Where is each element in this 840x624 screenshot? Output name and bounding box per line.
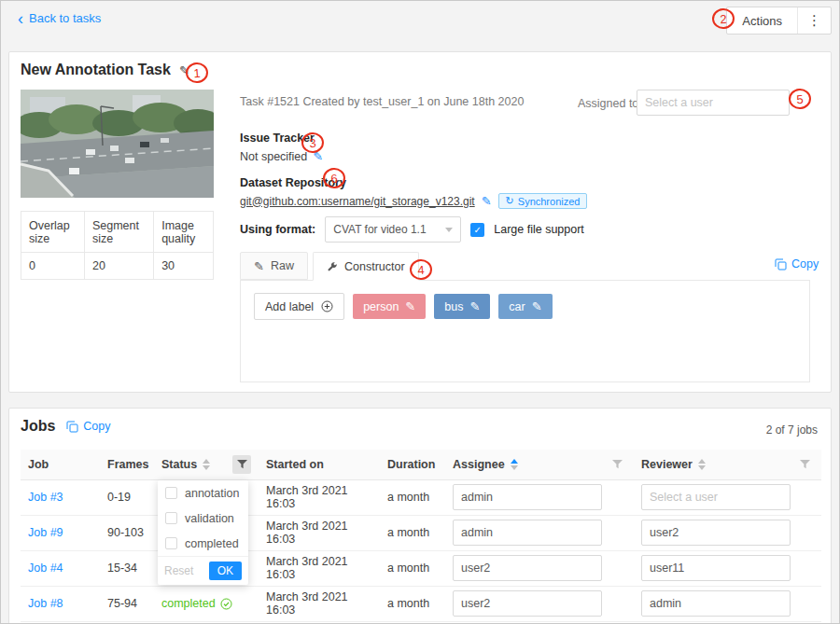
status-sort-icon[interactable]	[203, 459, 210, 470]
back-to-tasks-link[interactable]: ‹ Back to tasks	[18, 11, 101, 25]
large-file-support-checkbox[interactable]: ✓	[470, 223, 484, 237]
copy-icon	[775, 258, 787, 270]
task-title-row: New Annotation Task ✎	[21, 62, 189, 78]
frames-cell: 0-19	[100, 479, 154, 515]
labels-row: Add label person ✎ bus ✎ car ✎	[254, 293, 553, 320]
overlap-size-value: 0	[21, 253, 85, 280]
assignee-filter-icon[interactable]	[608, 455, 626, 474]
status-filter-dropdown: annotation validation completed Reset OK	[158, 480, 248, 585]
assigned-to-label: Assigned to	[578, 97, 638, 110]
filter-option-validation[interactable]: validation	[158, 506, 248, 531]
params-header-row: Overlap size Segment size Image quality	[21, 212, 214, 253]
back-to-tasks-label: Back to tasks	[29, 11, 101, 25]
tab-raw[interactable]: ✎ Raw	[240, 252, 308, 280]
status-cell: completed	[154, 586, 259, 621]
using-format-label: Using format:	[240, 223, 315, 236]
copy-labels-button[interactable]: Copy	[775, 257, 819, 270]
synchronized-badge[interactable]: ↻ Synchronized	[498, 193, 588, 209]
assignee-sort-icon[interactable]	[511, 459, 518, 470]
task-parameters-table: Overlap size Segment size Image quality …	[21, 211, 214, 280]
copy-jobs-button[interactable]: Copy	[66, 420, 110, 433]
assigned-to-input[interactable]	[637, 90, 790, 116]
status-filter-icon[interactable]	[232, 455, 251, 474]
task-details-page: ‹ Back to tasks Actions ⋮ New Annotation…	[0, 0, 840, 624]
duration-cell: a month	[380, 479, 445, 515]
filter-option-validation-label: validation	[185, 512, 234, 525]
reviewer-input[interactable]	[641, 484, 791, 510]
frames-cell: 75-94	[100, 586, 154, 621]
job-link[interactable]: Job #9	[28, 526, 63, 539]
format-row: Using format: CVAT for video 1.1 ✓ Large…	[240, 216, 584, 243]
reviewer-column-label: Reviewer	[641, 458, 693, 471]
filter-option-annotation[interactable]: annotation	[158, 480, 248, 506]
segment-size-header: Segment size	[84, 212, 153, 253]
table-row: Job #8 75-94 completed March 3rd 2021 16…	[21, 586, 821, 621]
chevron-down-icon	[445, 228, 453, 232]
started-cell: March 3rd 2021 16:03	[259, 515, 380, 550]
column-started-on: Started on	[259, 450, 380, 479]
constructor-tab-label: Constructor	[344, 260, 405, 273]
column-status: Status	[154, 450, 259, 479]
status-column-label: Status	[161, 458, 197, 471]
actions-label[interactable]: Actions	[727, 14, 797, 28]
table-row: Job #4 15-34 March 3rd 2021 16:03 a mont…	[21, 550, 821, 586]
reviewer-input[interactable]	[641, 590, 791, 617]
repository-url: git@github.com:username/git_storage_v123…	[240, 195, 475, 208]
traffic-scene-image	[21, 90, 214, 198]
checkbox-validation[interactable]	[165, 512, 177, 524]
started-cell: March 3rd 2021 16:03	[259, 479, 380, 515]
started-cell: March 3rd 2021 16:03	[259, 550, 380, 586]
dataset-repository-row: git@github.com:username/git_storage_v123…	[240, 193, 587, 209]
plus-circle-icon	[321, 300, 333, 312]
task-meta: Task #1521 Created by test_user_1 on Jun…	[240, 95, 524, 108]
assignee-input[interactable]	[453, 590, 602, 617]
params-value-row: 0 20 30	[21, 253, 214, 280]
checkbox-completed[interactable]	[165, 537, 177, 549]
assignee-input[interactable]	[453, 520, 602, 546]
reviewer-sort-icon[interactable]	[698, 459, 706, 470]
label-car-name: car	[509, 300, 525, 313]
edit-label-person-icon[interactable]: ✎	[405, 299, 415, 313]
label-chip-car[interactable]: car ✎	[498, 294, 552, 319]
filter-option-completed-label: completed	[185, 537, 239, 550]
label-chip-bus[interactable]: bus ✎	[434, 294, 490, 319]
table-row: Job #3 0-19 March 3rd 2021 16:03 a month	[21, 479, 821, 515]
duration-cell: a month	[380, 586, 445, 621]
checkbox-annotation[interactable]	[165, 487, 177, 499]
jobs-card: Jobs Copy 2 of 7 jobs Job Frames	[8, 408, 832, 624]
more-actions-icon[interactable]: ⋮	[798, 12, 831, 29]
frames-cell: 90-103	[100, 515, 154, 550]
task-title: New Annotation Task	[21, 62, 171, 78]
format-select[interactable]: CVAT for video 1.1	[325, 216, 461, 243]
actions-button[interactable]: Actions ⋮	[726, 7, 832, 35]
assignee-input[interactable]	[453, 484, 602, 510]
filter-option-completed[interactable]: completed	[158, 531, 248, 556]
jobs-count: 2 of 7 jobs	[766, 423, 818, 437]
job-link[interactable]: Job #8	[28, 597, 63, 610]
label-bus-name: bus	[444, 300, 463, 313]
edit-repository-icon[interactable]: ✎	[482, 194, 492, 208]
add-label-text: Add label	[265, 300, 314, 313]
assignee-input[interactable]	[453, 555, 602, 581]
edit-label-car-icon[interactable]: ✎	[532, 299, 542, 313]
wrench-icon	[327, 261, 338, 272]
filter-reset-button[interactable]: Reset	[164, 564, 193, 577]
status-completed-label: completed	[161, 597, 216, 610]
table-row: Job #9 90-103 March 3rd 2021 16:03 a mon…	[21, 515, 821, 550]
job-link[interactable]: Job #4	[28, 562, 63, 575]
filter-ok-button[interactable]: OK	[209, 562, 242, 580]
reviewer-filter-icon[interactable]	[795, 455, 814, 474]
tab-constructor[interactable]: Constructor	[313, 252, 419, 281]
synchronized-label: Synchronized	[518, 196, 581, 207]
started-cell: March 3rd 2021 16:03	[259, 586, 380, 621]
issue-tracker-value: Not specified	[240, 150, 307, 163]
edit-label-bus-icon[interactable]: ✎	[469, 299, 480, 313]
column-duration: Duration	[380, 450, 445, 479]
reviewer-input[interactable]	[641, 520, 791, 546]
overlap-size-header: Overlap size	[21, 212, 85, 253]
add-label-button[interactable]: Add label	[254, 293, 344, 320]
copy-jobs-label: Copy	[83, 420, 110, 433]
job-link[interactable]: Job #3	[28, 491, 63, 504]
label-chip-person[interactable]: person ✎	[353, 294, 426, 319]
reviewer-input[interactable]	[641, 555, 791, 581]
